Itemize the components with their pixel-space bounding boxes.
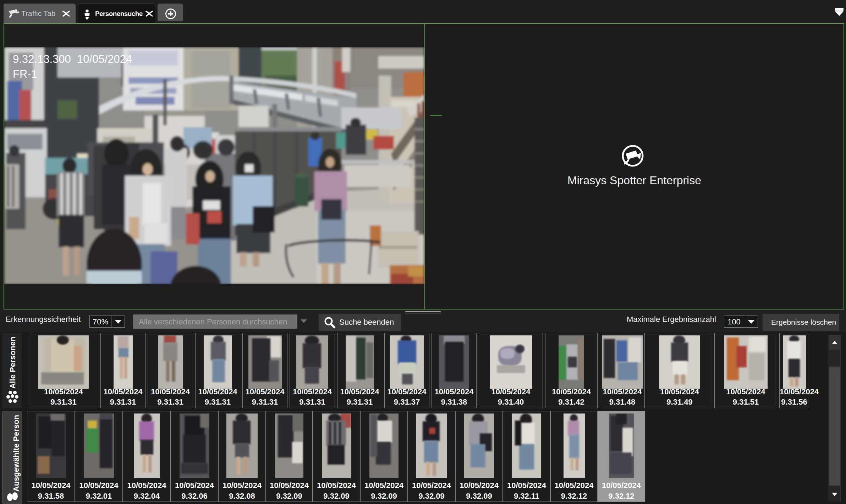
svg-text:9.32.13.300 10/05/2024: 9.32.13.300 10/05/2024 — [13, 53, 132, 65]
svg-text:FR-1: FR-1 — [13, 68, 37, 80]
